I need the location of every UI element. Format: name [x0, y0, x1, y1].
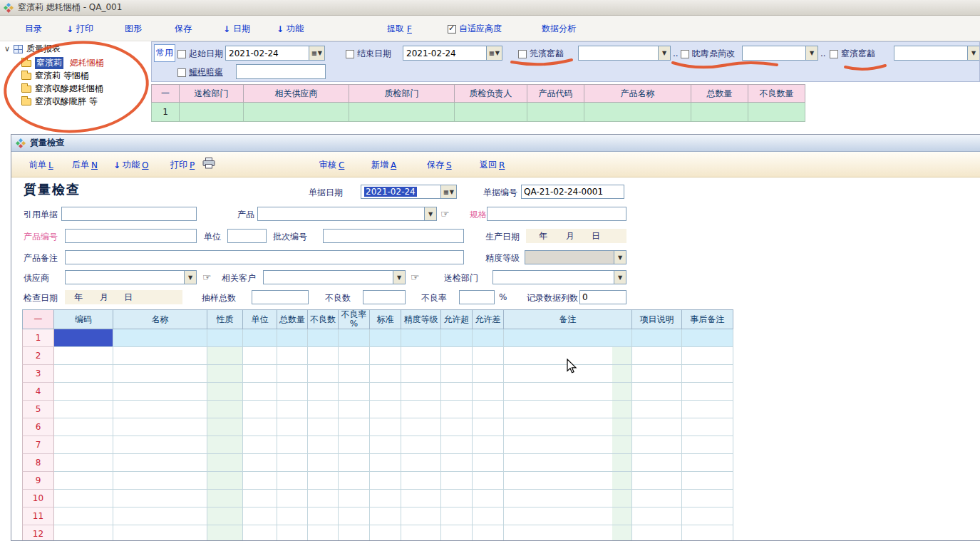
grid-row-number[interactable]: 12	[22, 525, 54, 541]
filter6-input[interactable]	[236, 64, 326, 79]
grid-cell[interactable]	[504, 436, 632, 454]
filter6-checkbox[interactable]: 鱹梍暗癟	[177, 66, 223, 78]
grid-cell[interactable]	[54, 436, 113, 454]
unit-input[interactable]	[227, 229, 267, 243]
grid-cell[interactable]	[113, 507, 207, 525]
grid-column-header[interactable]: 一	[22, 309, 54, 329]
grid-cell[interactable]	[207, 365, 243, 383]
end-date-checkbox[interactable]: 结束日期	[346, 48, 391, 60]
grid-cell[interactable]	[441, 525, 473, 541]
grid-cell[interactable]	[401, 436, 441, 454]
dropdown-arrow-icon[interactable]: ▼	[805, 46, 817, 60]
audit-button[interactable]: 审核C	[319, 159, 344, 171]
report-column-header[interactable]: 相关供应商	[244, 84, 349, 103]
grid-cell[interactable]	[370, 383, 401, 401]
bill-no-input[interactable]: QA-21-02-24-0001	[521, 185, 624, 199]
defect-rate-input[interactable]	[459, 290, 495, 304]
grid-cell[interactable]	[339, 365, 370, 383]
grid-cell[interactable]	[277, 525, 308, 541]
grid-cell[interactable]	[473, 365, 504, 383]
dropdown-arrow-icon[interactable]: ▼	[424, 207, 436, 220]
grid-cell[interactable]	[243, 383, 277, 401]
grid-cell[interactable]	[370, 347, 401, 365]
grid-cell[interactable]	[243, 401, 277, 418]
grid-cell[interactable]	[682, 347, 733, 365]
grid-cell[interactable]	[504, 401, 632, 418]
grid-cell[interactable]	[441, 365, 473, 383]
grid-cell[interactable]	[370, 472, 401, 490]
grid-cell[interactable]	[473, 507, 504, 525]
grid-cell[interactable]	[370, 507, 401, 525]
grid-cell[interactable]	[277, 436, 308, 454]
grid-cell[interactable]	[682, 365, 733, 383]
grid-cell[interactable]	[54, 418, 113, 436]
grid-cell[interactable]	[308, 507, 339, 525]
grid-cell[interactable]	[370, 490, 401, 507]
grid-cell[interactable]	[401, 507, 441, 525]
grid-cell[interactable]	[113, 454, 207, 472]
grid-cell[interactable]	[277, 365, 308, 383]
grid-cell[interactable]	[632, 401, 682, 418]
grid-cell[interactable]	[504, 507, 632, 525]
supplier-picker-hand-icon[interactable]: ☞	[202, 271, 212, 284]
grid-cell[interactable]	[473, 418, 504, 436]
grid-cell[interactable]	[682, 490, 733, 507]
filter5-dropdown[interactable]: ▼	[894, 46, 980, 61]
end-date-input[interactable]: 2021-02-24▦▼	[403, 46, 502, 61]
grid-cell[interactable]	[113, 329, 207, 347]
report-cell[interactable]	[748, 103, 805, 122]
grid-cell[interactable]	[54, 401, 113, 418]
grid-cell[interactable]	[54, 365, 113, 383]
tree-item[interactable]: 窒濱収醦媤耗悃桶	[21, 82, 104, 95]
report-cell[interactable]	[180, 103, 244, 122]
grid-cell[interactable]	[401, 454, 441, 472]
grid-row-number[interactable]: 10	[22, 490, 54, 507]
grid-cell[interactable]	[632, 436, 682, 454]
next-bill-button[interactable]: 后单N	[72, 159, 98, 171]
grid-cell[interactable]	[113, 490, 207, 507]
grid-cell[interactable]	[473, 436, 504, 454]
grid-cell[interactable]	[308, 365, 339, 383]
grid-cell[interactable]	[308, 490, 339, 507]
report-cell[interactable]: 1	[151, 103, 180, 122]
menu-item-print[interactable]: ↓打印	[66, 23, 93, 35]
grid-cell[interactable]	[277, 472, 308, 490]
grid-row-number[interactable]: 8	[22, 454, 54, 472]
grid-column-header[interactable]: 允许差	[473, 309, 504, 329]
grid-cell[interactable]	[632, 525, 682, 541]
grid-cell[interactable]	[504, 347, 632, 365]
grid-cell[interactable]	[113, 401, 207, 418]
report-column-header[interactable]: 送检部门	[180, 84, 244, 103]
grid-cell[interactable]	[441, 436, 473, 454]
grid-cell[interactable]	[54, 347, 113, 365]
grid-cell[interactable]	[441, 472, 473, 490]
grid-cell[interactable]	[113, 472, 207, 490]
grid-cell[interactable]	[339, 347, 370, 365]
grid-cell[interactable]	[370, 418, 401, 436]
grid-cell[interactable]	[682, 329, 733, 347]
grid-cell[interactable]	[243, 418, 277, 436]
product-no-input[interactable]	[65, 229, 197, 243]
grid-row-number[interactable]: 4	[22, 383, 54, 401]
grid-cell[interactable]	[473, 525, 504, 541]
return-button[interactable]: 返回R	[480, 159, 505, 171]
grid-cell[interactable]	[504, 525, 632, 541]
grid-cell[interactable]	[370, 401, 401, 418]
dept-dropdown[interactable]: ▼	[492, 270, 626, 284]
grid-cell[interactable]	[277, 383, 308, 401]
grid-cell[interactable]	[632, 383, 682, 401]
grid-cell[interactable]	[339, 490, 370, 507]
grid-row-number[interactable]: 6	[22, 418, 54, 436]
grid-column-header[interactable]: 标准	[370, 309, 401, 329]
add-button[interactable]: 新增A	[371, 159, 396, 171]
grid-cell[interactable]	[308, 454, 339, 472]
grid-cell[interactable]	[308, 418, 339, 436]
grid-cell[interactable]	[632, 454, 682, 472]
ref-bill-input[interactable]	[61, 207, 197, 221]
grid-cell[interactable]	[339, 418, 370, 436]
report-cell[interactable]	[455, 103, 527, 122]
grid-column-header[interactable]: 编码	[54, 309, 113, 329]
grid-column-header[interactable]: 单位	[243, 309, 277, 329]
product-note-input[interactable]	[65, 250, 464, 264]
prod-date-input[interactable]: 年 月 日	[526, 229, 626, 243]
